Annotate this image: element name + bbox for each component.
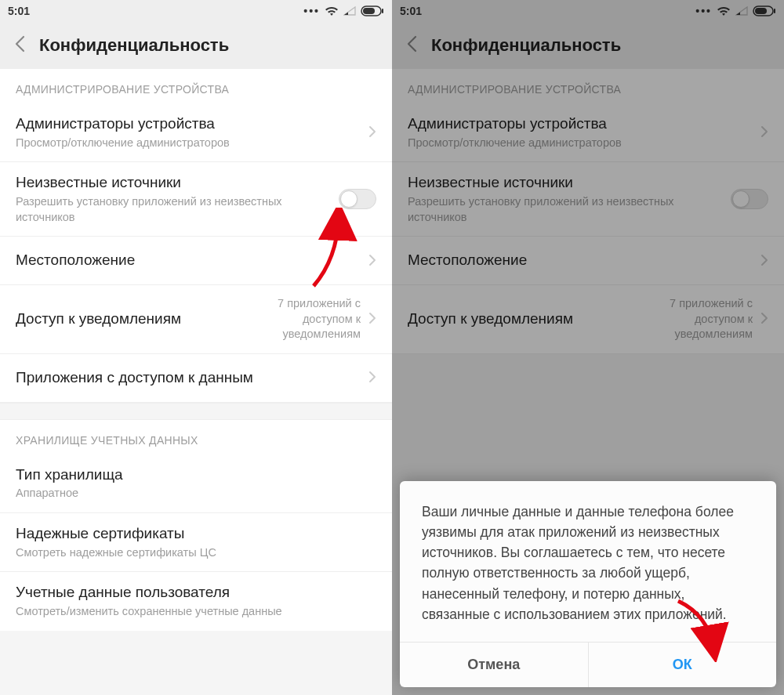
row-unknown-sources[interactable]: Неизвестные источники Разрешить установк… [0, 162, 392, 237]
row-title: Учетные данные пользователя [16, 583, 376, 603]
status-time: 5:01 [8, 5, 30, 17]
row-title: Надежные сертификаты [16, 524, 376, 544]
row-data-access[interactable]: Приложения с доступом к данным [0, 354, 392, 403]
row-title: Приложения с доступом к данным [16, 368, 368, 388]
chevron-right-icon [368, 310, 376, 328]
status-icons: ••• [303, 5, 384, 17]
svg-rect-2 [363, 8, 375, 14]
unknown-sources-toggle[interactable] [339, 189, 376, 209]
screen-right: 5:01 ••• Конфиденциальность АДМИНИСТРИРО… [392, 0, 784, 695]
back-icon[interactable] [14, 35, 25, 56]
row-title: Местоположение [16, 251, 368, 270]
settings-list: АДМИНИСТРИРОВАНИЕ УСТРОЙСТВА Администрат… [0, 69, 392, 631]
section-storage-label: ХРАНИЛИЩЕ УЧЕТНЫХ ДАННЫХ [0, 420, 392, 454]
row-sub: Аппаратное [16, 486, 376, 501]
row-sub: Смотреть/изменить сохраненные учетные да… [16, 604, 376, 620]
ok-button[interactable]: ОК [589, 643, 777, 687]
dialog-buttons: Отмена ОК [400, 642, 776, 687]
header: Конфиденциальность [0, 22, 392, 69]
dialog-body: Ваши личные данные и данные телефона бол… [400, 481, 776, 643]
more-icon: ••• [303, 5, 320, 17]
signal-icon [343, 6, 356, 16]
row-device-admins[interactable]: Администраторы устройства Просмотр/отклю… [0, 103, 392, 162]
toggle-knob [340, 190, 358, 208]
row-title: Администраторы устройства [16, 114, 368, 134]
page-title: Конфиденциальность [39, 35, 229, 56]
section-gap [0, 403, 392, 420]
row-title: Неизвестные источники [16, 173, 339, 193]
chevron-right-icon [368, 124, 376, 141]
row-trusted-certs[interactable]: Надежные сертификаты Смотреть надежные с… [0, 513, 392, 572]
row-user-creds[interactable]: Учетные данные пользователя Смотреть/изм… [0, 572, 392, 630]
chevron-right-icon [368, 369, 376, 386]
wifi-icon [325, 5, 339, 16]
cancel-button[interactable]: Отмена [400, 643, 589, 687]
row-sub: Разрешить установку приложений из неизве… [16, 194, 339, 225]
confirm-dialog: Ваши личные данные и данные телефона бол… [400, 481, 776, 688]
row-storage-type[interactable]: Тип хранилища Аппаратное [0, 454, 392, 513]
chevron-right-icon [368, 252, 376, 270]
row-title: Тип хранилища [16, 465, 376, 485]
row-sub: Смотреть надежные сертификаты ЦС [16, 545, 376, 561]
status-bar: 5:01 ••• [0, 0, 392, 22]
row-title: Доступ к уведомлениям [16, 309, 243, 329]
svg-rect-1 [382, 9, 383, 13]
row-value: 7 приложений с доступом к уведомлениям [243, 296, 361, 342]
row-notification-access[interactable]: Доступ к уведомлениям 7 приложений с дос… [0, 285, 392, 354]
section-admin-label: АДМИНИСТРИРОВАНИЕ УСТРОЙСТВА [0, 69, 392, 103]
screen-left: 5:01 ••• Конфиденциальность АДМИНИСТРИРО… [0, 0, 392, 695]
row-sub: Просмотр/отключение администраторов [16, 136, 368, 151]
row-location[interactable]: Местоположение [0, 237, 392, 285]
battery-icon [361, 5, 384, 16]
